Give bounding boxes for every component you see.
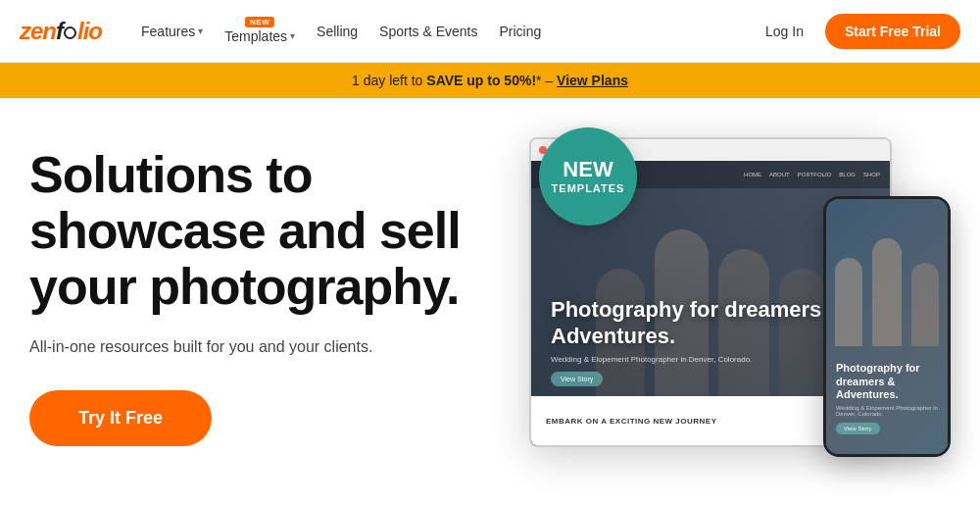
promo-banner: 1 day left to SAVE up to 50%!* – View Pl…: [0, 63, 980, 98]
login-button[interactable]: Log In: [756, 18, 813, 45]
nav-features[interactable]: Features ▾: [133, 18, 211, 45]
desktop-nav-link: BLOG: [839, 172, 856, 177]
hero-left: Solutions to showcase and sell your phot…: [29, 137, 510, 446]
hero-title: Solutions to showcase and sell your phot…: [29, 147, 510, 316]
desktop-bottom-text: EMBARK ON A EXCITING NEW JOURNEY: [546, 417, 717, 426]
try-it-free-button[interactable]: Try It Free: [29, 390, 212, 446]
hero-section: Solutions to showcase and sell your phot…: [0, 98, 980, 501]
logo[interactable]: zenflio: [20, 18, 102, 45]
desktop-nav-link: ABOUT: [769, 172, 790, 177]
hero-right: NEW TEMPLATES: [529, 137, 951, 501]
mobile-hero-content: Photography for dreamers & Adventures. W…: [836, 362, 938, 434]
start-free-trial-button[interactable]: Start Free Trial: [825, 14, 960, 49]
mobile-hero-title: Photography for dreamers & Adventures.: [836, 362, 938, 401]
banner-text: 1 day left to SAVE up to 50%!* –: [352, 73, 557, 88]
desktop-nav-link: PORTFOLIO: [798, 172, 832, 177]
mobile-view-story-button: View Story: [836, 423, 880, 434]
mobile-mockup: Photography for dreamers & Adventures. W…: [823, 196, 951, 457]
desktop-nav-links: HOME ABOUT PORTFOLIO BLOG SHOP: [744, 172, 880, 177]
chevron-down-icon: ▾: [290, 30, 295, 41]
nav-pricing[interactable]: Pricing: [492, 18, 550, 45]
new-badge-label: NEW: [245, 17, 274, 27]
desktop-nav-link: SHOP: [863, 172, 880, 177]
chevron-down-icon: ▾: [198, 25, 203, 36]
nav-templates[interactable]: NEW Templates ▾: [217, 23, 303, 50]
nav-sports[interactable]: Sports & Events: [371, 18, 485, 45]
mobile-people: [826, 209, 948, 346]
badge-templates-text: TEMPLATES: [552, 182, 625, 194]
view-plans-link[interactable]: View Plans: [557, 73, 628, 88]
navbar: zenflio Features ▾ NEW Templates ▾ Selli…: [0, 0, 980, 63]
mockup-container: NEW TEMPLATES: [529, 137, 951, 501]
logo-text: zenflio: [20, 18, 102, 45]
desktop-nav-link: HOME: [744, 172, 761, 177]
mobile-screen: Photography for dreamers & Adventures. W…: [826, 199, 948, 454]
new-templates-badge: NEW TEMPLATES: [539, 127, 637, 226]
hero-subtitle: All-in-one resources built for you and y…: [29, 335, 510, 359]
nav-selling[interactable]: Selling: [309, 18, 366, 45]
nav-links: Features ▾ NEW Templates ▾ Selling Sport…: [133, 13, 756, 50]
badge-new-text: NEW: [563, 159, 612, 180]
desktop-view-story-button: View Story: [551, 372, 603, 386]
mobile-hero-subtitle: Wedding & Elopement Photographer in Denv…: [836, 405, 938, 417]
nav-right: Log In Start Free Trial: [756, 14, 960, 49]
